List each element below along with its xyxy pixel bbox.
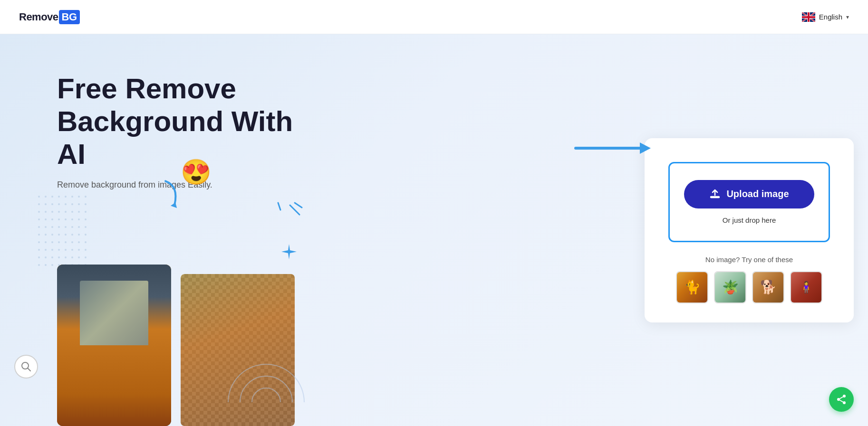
svg-line-23 <box>840 400 843 402</box>
processed-image <box>181 274 295 426</box>
svg-line-11 <box>295 203 302 208</box>
upload-arrow-decoration <box>571 134 656 162</box>
hero-title: Free Remove Background With AI <box>57 72 304 170</box>
svg-point-15 <box>252 388 280 402</box>
upload-dropzone[interactable]: Upload image Or just drop here <box>668 162 830 242</box>
svg-point-20 <box>843 395 846 398</box>
search-icon <box>21 361 31 372</box>
svg-rect-19 <box>711 197 719 198</box>
upload-image-button[interactable]: Upload image <box>684 180 814 208</box>
sample-image-dog[interactable]: 🐕 <box>752 271 784 303</box>
svg-point-21 <box>837 398 840 401</box>
drop-hint-text: Or just drop here <box>723 216 776 224</box>
svg-point-13 <box>228 364 304 402</box>
flag-icon <box>802 12 815 22</box>
svg-line-10 <box>290 205 299 215</box>
svg-point-22 <box>843 401 846 404</box>
svg-marker-18 <box>640 142 651 154</box>
chevron-down-icon: ▾ <box>846 14 849 20</box>
sample-images-row: 🐈 🪴 🐕 🧍‍♀️ <box>676 271 822 303</box>
svg-point-14 <box>240 376 292 402</box>
upload-button-label: Upload image <box>726 189 789 199</box>
left-section: Free Remove Background With AI Remove ba… <box>0 34 640 426</box>
original-image <box>57 265 171 426</box>
star-sparkle-icon <box>280 243 298 260</box>
language-label: English <box>819 13 842 21</box>
share-button[interactable] <box>829 387 854 412</box>
zoom-button[interactable] <box>14 355 38 379</box>
main-content: Free Remove Background With AI Remove ba… <box>0 34 868 426</box>
sample-image-person[interactable]: 🧍‍♀️ <box>790 271 822 303</box>
upload-icon <box>709 189 721 200</box>
arc-decoration <box>223 355 309 402</box>
svg-rect-8 <box>802 16 815 18</box>
svg-line-24 <box>840 397 843 399</box>
upload-card: Upload image Or just drop here No image?… <box>645 138 854 322</box>
sparkle-lines-decoration <box>276 200 304 248</box>
language-selector[interactable]: English ▾ <box>802 12 849 22</box>
logo-remove-text: Remove <box>19 11 58 23</box>
sample-image-plant[interactable]: 🪴 <box>714 271 746 303</box>
svg-line-12 <box>278 203 280 210</box>
share-icon <box>836 394 847 405</box>
svg-line-17 <box>28 368 30 371</box>
no-image-text: No image? Try one of these <box>705 256 793 264</box>
logo[interactable]: Remove BG <box>19 10 80 24</box>
right-section: Upload image Or just drop here No image?… <box>640 34 868 426</box>
logo-bg-text: BG <box>59 10 80 24</box>
header: Remove BG English ▾ <box>0 0 868 34</box>
hero-subtitle: Remove background from images Easily. <box>57 180 611 190</box>
sample-image-cat[interactable]: 🐈 <box>676 271 708 303</box>
